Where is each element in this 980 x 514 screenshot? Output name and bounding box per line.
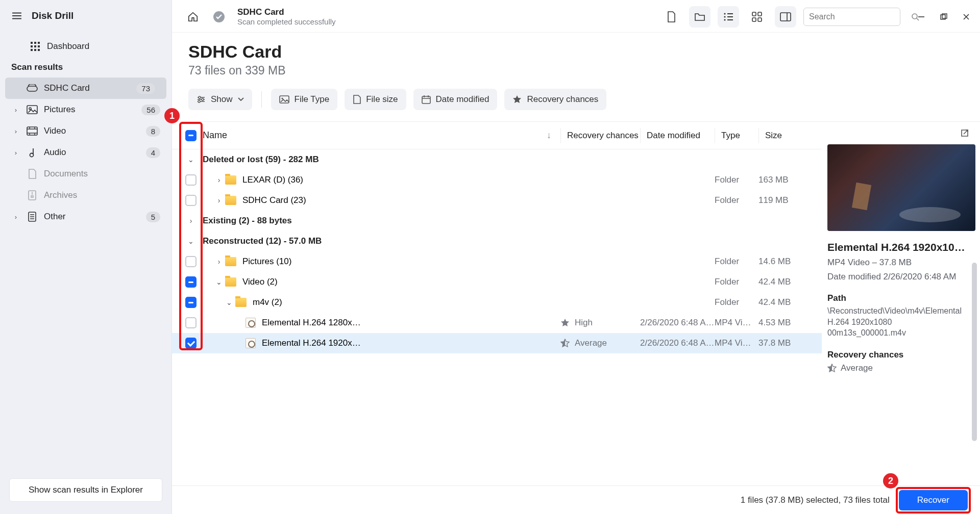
sidebar-item-documents[interactable]: › Documents [0,163,172,185]
menu-icon[interactable] [11,10,22,21]
col-type[interactable]: Type [721,131,740,141]
other-icon [26,212,39,222]
svg-rect-5 [38,45,40,47]
caret-icon[interactable]: › [11,127,20,135]
chip-label: Show [211,94,233,105]
svg-rect-23 [758,18,762,21]
sidebar-item-pictures[interactable]: › Pictures 56 [0,99,172,120]
file-size-filter[interactable]: File size [345,89,406,110]
file-icon [246,318,256,328]
row-type: Folder [715,297,758,307]
row-type: Folder [715,277,758,287]
grid-icon [29,42,42,51]
sidebar-item-other[interactable]: › Other 5 [0,206,172,227]
group-label: Deleted or lost (59) - 282 MB [203,155,319,165]
group-deleted[interactable]: ⌄ Deleted or lost (59) - 282 MB [172,149,822,170]
table-row-selected[interactable]: Elemental H.264 1920x… Average 2/26/2020… [172,333,822,353]
chevron-down-icon [238,97,244,101]
audio-icon [26,147,39,158]
row-checkbox[interactable] [185,256,197,267]
table-row[interactable]: ›SDHC Card (23) Folder 119 MB [172,190,822,211]
group-existing[interactable]: › Existing (2) - 88 bytes [172,211,822,231]
svg-rect-21 [758,12,762,16]
search-input[interactable] [803,8,900,26]
row-type: Folder [715,195,758,205]
sidebar-item-label: Audio [44,147,146,158]
sidebar-item-archives[interactable]: › Archives [0,185,172,206]
chevron-down-icon[interactable]: ⌄ [223,298,235,306]
preview-path-label: Path [827,293,968,303]
select-all-checkbox[interactable] [185,130,197,141]
file-type-filter[interactable]: File Type [271,89,338,110]
chevron-down-icon[interactable]: ⌄ [185,237,197,245]
preview-thumbnail[interactable] [827,144,975,231]
recovery-filter[interactable]: Recovery chances [504,89,606,110]
svg-rect-7 [34,49,36,51]
row-size: 37.8 MB [758,338,815,348]
chevron-down-icon[interactable]: ⌄ [213,278,225,286]
svg-rect-33 [422,96,430,104]
chevron-right-icon[interactable]: › [213,258,225,266]
window-close-icon[interactable] [963,13,970,20]
group-reconstructed[interactable]: ⌄ Reconstructed (12) - 57.0 MB [172,231,822,251]
file-view-icon[interactable] [660,6,682,28]
page-title: SDHC Card [188,42,964,62]
row-checkbox[interactable] [185,174,197,186]
recover-button[interactable]: Recover [899,490,968,510]
row-checkbox[interactable] [185,195,197,206]
chevron-right-icon[interactable]: › [213,196,225,204]
table-row[interactable]: ⌄Video (2) Folder 42.4 MB [172,272,822,292]
window-maximize-icon[interactable] [940,13,947,20]
date-modified-filter[interactable]: Date modified [413,89,498,110]
row-size: 163 MB [758,175,815,185]
star-half-icon [560,339,570,348]
row-checkbox[interactable] [185,297,197,308]
folder-view-icon[interactable] [689,6,710,28]
archive-icon [26,190,39,200]
table-row[interactable]: ›Pictures (10) Folder 14.6 MB [172,251,822,272]
table-row[interactable]: ›LEXAR (D) (36) Folder 163 MB [172,170,822,190]
row-checkbox[interactable] [185,317,197,328]
table-row[interactable]: ⌄m4v (2) Folder 42.4 MB [172,292,822,313]
sidebar-item-video[interactable]: › Video 8 [0,120,172,142]
open-external-icon[interactable] [960,128,970,138]
show-filter[interactable]: Show [188,89,252,110]
col-name[interactable]: Name [203,130,227,141]
window-minimize-icon[interactable] [918,13,925,20]
page-subtitle: 73 files on 339 MB [188,64,964,78]
search-field[interactable] [809,12,911,21]
sidebar-item-audio[interactable]: › Audio 4 [0,142,172,163]
preview-recovery-value: Average [841,363,873,373]
sidebar: Disk Drill Dashboard Scan results SDHC C… [0,0,172,514]
count-badge: 5 [146,212,160,222]
chevron-right-icon[interactable]: › [213,176,225,184]
annotation-badge-2: 2 [883,473,898,489]
nav-dashboard-label: Dashboard [47,41,160,52]
home-icon[interactable] [182,6,204,28]
sidebar-item-sdhc[interactable]: SDHC Card 73 [5,78,166,99]
row-checkbox[interactable] [185,276,197,288]
nav-dashboard[interactable]: Dashboard [0,36,172,57]
grid-view-icon[interactable] [746,6,768,28]
table-row[interactable]: Elemental H.264 1280x… High 2/26/2020 6:… [172,313,822,333]
caret-icon[interactable]: › [11,106,20,114]
svg-point-30 [198,100,200,102]
col-recovery[interactable]: Recovery chances [567,131,639,141]
row-checkbox[interactable] [185,338,197,349]
col-date[interactable]: Date modified [647,131,700,141]
calendar-icon [422,95,431,104]
star-half-icon [827,364,837,373]
svg-rect-6 [31,49,33,51]
sort-arrow-icon[interactable]: ↓ [547,130,551,141]
preview-title: Elemental H.264 1920x10… [827,241,968,253]
show-in-explorer-button[interactable]: Show scan results in Explorer [9,478,162,502]
chevron-down-icon[interactable]: ⌄ [185,156,197,164]
preview-pane-icon[interactable] [775,6,796,28]
scrollbar-thumb[interactable] [972,263,977,441]
svg-point-18 [724,16,725,17]
chevron-right-icon[interactable]: › [185,217,197,225]
caret-icon[interactable]: › [11,213,20,221]
list-view-icon[interactable] [718,6,739,28]
col-size[interactable]: Size [765,131,782,141]
caret-icon[interactable]: › [11,149,20,157]
